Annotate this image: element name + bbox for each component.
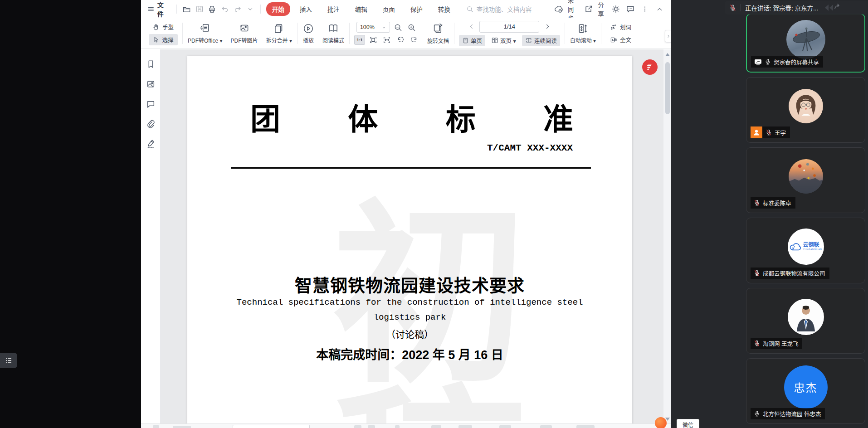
meeting-status-bar[interactable]: 正在讲话: 贺宗春; 京东方... — [725, 1, 868, 15]
tab-page[interactable]: 页面 — [377, 2, 401, 16]
status-input[interactable] — [233, 425, 310, 428]
status-bar — [141, 423, 671, 428]
zoom-level-select[interactable]: 100% — [356, 22, 390, 33]
divider — [260, 5, 261, 14]
status-icon[interactable] — [153, 425, 159, 428]
tab-insert[interactable]: 插入 — [294, 2, 318, 16]
status-icon[interactable] — [499, 425, 511, 428]
wechat-popup[interactable]: 微信 — [677, 419, 699, 428]
file-menu[interactable]: 文件 — [147, 0, 168, 18]
status-icon[interactable] — [458, 425, 472, 428]
split-merge-button[interactable]: 拆分合并 ▾ — [262, 18, 296, 49]
pdf-to-office-button[interactable]: PDF转Office ▾ — [184, 18, 227, 49]
scroll-up-arrow[interactable] — [665, 53, 670, 56]
comments-icon[interactable] — [146, 99, 156, 109]
attachment-icon[interactable] — [146, 119, 156, 129]
company-logo-subtext: YUNGANGLIAN — [803, 248, 822, 251]
participant-avatar-balloons — [789, 159, 823, 194]
collapse-toolbar-button[interactable] — [653, 3, 666, 15]
fit-page-button[interactable] — [368, 35, 379, 45]
word-translate-button[interactable]: 划词 — [606, 21, 635, 33]
save-button[interactable] — [193, 3, 206, 15]
play-button[interactable]: 播放 — [298, 18, 318, 49]
sync-button[interactable] — [552, 3, 565, 15]
images-icon[interactable] — [146, 79, 156, 89]
tab-edit[interactable]: 编辑 — [349, 2, 373, 16]
rotate-cw-icon — [410, 36, 418, 44]
pointer-mode-group: 手型 选择 — [141, 18, 181, 49]
auto-scroll-button[interactable]: 自动滚动 ▾ — [566, 18, 600, 49]
participant-tile-wanglongfei[interactable]: 淘钢网 王龙飞 — [746, 288, 865, 354]
single-page-button[interactable]: 单页 — [459, 35, 485, 46]
document-scrollbar[interactable] — [663, 49, 671, 423]
zoom-in-button[interactable] — [406, 22, 417, 32]
read-mode-button[interactable]: 阅读模式 — [318, 18, 348, 49]
actual-size-button[interactable]: 1:1 — [354, 35, 365, 45]
participant-tile-hanzhongjie[interactable]: 忠杰 北方恒达物流园 韩忠杰 — [746, 358, 865, 424]
participant-tile-hezongchun[interactable]: 贺宗春的屏幕共享 — [746, 14, 865, 73]
participant-name: 北方恒达物流园 韩忠杰 — [763, 409, 821, 418]
share-button[interactable] — [582, 3, 595, 15]
continuous-read-button[interactable]: 连续阅读 — [522, 35, 560, 46]
search-input[interactable]: 查找功能、文档内容 — [466, 5, 552, 14]
prev-page-button[interactable] — [466, 22, 477, 32]
undo-button[interactable] — [219, 3, 231, 15]
participant-name: 淘钢网 王龙飞 — [763, 339, 798, 348]
rotate-right-button[interactable] — [409, 35, 419, 45]
participant-tile-wangyu[interactable]: 王宇 — [746, 77, 865, 143]
tab-comment[interactable]: 批注 — [322, 2, 346, 16]
zoom-out-button[interactable] — [393, 22, 404, 32]
status-icon[interactable] — [540, 425, 552, 428]
play-icon — [302, 23, 314, 34]
divider — [349, 23, 350, 44]
status-icon[interactable] — [354, 425, 361, 428]
status-icon[interactable] — [395, 425, 400, 428]
book-icon — [327, 23, 339, 34]
participant-name: 成都云钢联物流有限公司 — [763, 269, 825, 277]
heading-rule — [231, 167, 591, 169]
status-icon[interactable] — [576, 425, 595, 428]
quick-tools-dropdown[interactable] — [244, 3, 257, 15]
scrollbar-thumb[interactable] — [665, 62, 670, 114]
feedback-button[interactable] — [624, 3, 637, 15]
next-page-button[interactable] — [542, 22, 553, 32]
bookmarks-icon[interactable] — [146, 59, 156, 69]
presenter-badge-orange — [751, 126, 762, 138]
full-translate-button[interactable]: 全文 — [606, 34, 635, 45]
male-portrait-graphic — [788, 299, 824, 335]
page-indicator-input[interactable]: 1/14 — [479, 21, 539, 33]
rotate-document-button[interactable]: 旋转文档 — [423, 18, 453, 49]
avatar-initials-text: 忠杰 — [794, 379, 818, 395]
app-icon-orange[interactable] — [655, 417, 667, 428]
auto-scroll-label: 自动滚动 ▾ — [570, 36, 596, 44]
settings-button[interactable] — [610, 3, 622, 15]
gear-icon — [611, 5, 620, 14]
rotate-left-button[interactable] — [395, 35, 406, 45]
status-icon[interactable] — [368, 425, 375, 428]
signature-icon[interactable] — [146, 139, 156, 149]
undo-icon — [221, 5, 229, 13]
wps-pdf-badge[interactable] — [642, 59, 658, 75]
hand-tool-button[interactable]: 手型 — [148, 21, 178, 33]
outline-panel-toggle[interactable] — [0, 353, 17, 368]
tab-convert[interactable]: 转换 — [432, 2, 456, 16]
participant-tile-yunganglian[interactable]: 云钢联 YUNGANGLIAN 成都云钢联物流有限公司 — [746, 218, 865, 283]
document-title-en: Technical specifications for the constru… — [187, 295, 632, 325]
select-tool-button[interactable]: 选择 — [149, 34, 178, 45]
tab-home[interactable]: 开始 — [266, 2, 290, 16]
print-button[interactable] — [206, 3, 219, 15]
pdf-to-image-button[interactable]: PDF转图片 — [227, 18, 262, 49]
participant-tile-chenzhuo[interactable]: 标准委陈卓 — [746, 147, 865, 213]
fit-width-button[interactable] — [381, 35, 392, 45]
status-icon[interactable] — [431, 425, 441, 428]
more-menu-button[interactable] — [639, 3, 651, 15]
share-icon — [584, 5, 593, 14]
participant-avatar-suit-portrait — [788, 299, 824, 335]
toolbar-expand-button[interactable] — [665, 30, 671, 43]
redo-button[interactable] — [231, 3, 244, 15]
document-viewport[interactable]: 初稿 团 体 标 准 T/CAMT XXX-XXXX 智慧钢铁物流园建设技术要求… — [161, 49, 663, 423]
pdf-page[interactable]: 初稿 团 体 标 准 T/CAMT XXX-XXXX 智慧钢铁物流园建设技术要求… — [187, 56, 632, 423]
tab-protect[interactable]: 保护 — [405, 2, 429, 16]
open-file-button[interactable] — [180, 3, 193, 15]
double-page-button[interactable]: 双页 ▾ — [488, 35, 519, 46]
